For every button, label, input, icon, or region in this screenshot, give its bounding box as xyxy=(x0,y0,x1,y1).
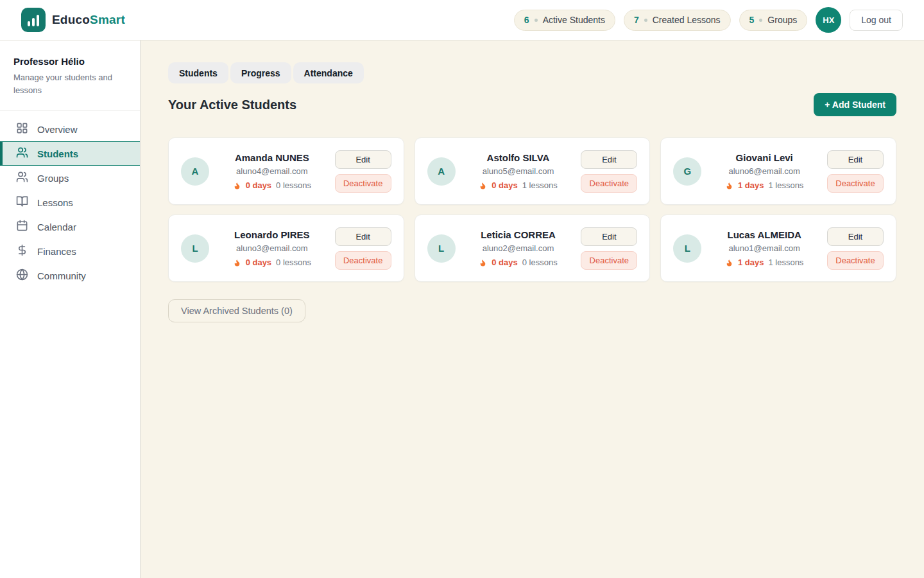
flame-icon xyxy=(479,181,487,190)
globe-icon xyxy=(16,268,28,283)
card-actions: Edit Deactivate xyxy=(335,150,391,193)
brand-logo: EducoSmart xyxy=(21,8,125,32)
lessons-count: 0 lessons xyxy=(276,258,311,267)
brand-name: EducoSmart xyxy=(52,13,125,27)
edit-button[interactable]: Edit xyxy=(581,227,637,246)
avatar[interactable]: HX xyxy=(816,7,841,33)
student-name: Lucas ALMEIDA xyxy=(706,229,822,240)
student-avatar: L xyxy=(673,234,701,263)
student-name: Giovani Levi xyxy=(706,152,822,163)
lessons-count: 1 lessons xyxy=(768,180,803,190)
student-card: A Astolfo SILVA aluno5@email.com 0 days … xyxy=(415,137,651,205)
flame-icon xyxy=(233,258,241,267)
tab-progress[interactable]: Progress xyxy=(230,62,291,83)
card-actions: Edit Deactivate xyxy=(827,227,884,270)
streak-days: 0 days xyxy=(492,180,517,190)
student-streak-row: 0 days 0 lessons xyxy=(214,258,330,267)
card-actions: Edit Deactivate xyxy=(581,150,637,193)
sidebar-item-label: Finances xyxy=(37,246,76,257)
student-info: Leonardo PIRES aluno3@email.com 0 days 0… xyxy=(209,229,335,267)
student-info: Astolfo SILVA aluno5@email.com 0 days 1 … xyxy=(456,152,581,190)
flame-icon xyxy=(725,258,733,267)
dot-separator-icon xyxy=(644,19,647,22)
dollar-icon xyxy=(16,244,28,258)
sidebar-item-groups[interactable]: Groups xyxy=(0,166,140,190)
sidebar-item-label: Groups xyxy=(37,173,69,184)
sidebar-item-lessons[interactable]: Lessons xyxy=(0,190,140,215)
streak-days: 0 days xyxy=(246,180,271,190)
student-info: Leticia CORREA aluno2@email.com 0 days 0… xyxy=(456,229,581,267)
tab-attendance[interactable]: Attendance xyxy=(293,62,364,83)
student-email: aluno4@email.com xyxy=(214,166,330,176)
edit-button[interactable]: Edit xyxy=(581,150,637,169)
student-streak-row: 0 days 1 lessons xyxy=(461,180,576,190)
deactivate-button[interactable]: Deactivate xyxy=(827,174,884,193)
student-email: aluno2@email.com xyxy=(461,243,576,253)
stat-badge-groups: 5 Groups xyxy=(739,10,808,31)
deactivate-button[interactable]: Deactivate xyxy=(827,251,884,270)
edit-button[interactable]: Edit xyxy=(827,227,884,246)
edit-button[interactable]: Edit xyxy=(335,227,391,246)
calendar-icon xyxy=(16,220,28,234)
sidebar-nav: Overview Students Groups Lessons Calenda… xyxy=(0,110,140,288)
streak-days: 0 days xyxy=(246,258,271,267)
logout-button[interactable]: Log out xyxy=(850,10,903,31)
student-card: A Amanda NUNES aluno4@email.com 0 days 0… xyxy=(168,137,404,205)
student-avatar: G xyxy=(673,157,701,186)
deactivate-button[interactable]: Deactivate xyxy=(335,251,391,270)
edit-button[interactable]: Edit xyxy=(335,150,391,169)
sidebar-item-label: Lessons xyxy=(37,197,73,208)
stat-label: Groups xyxy=(767,15,797,25)
view-archived-students-button[interactable]: View Archived Students (0) xyxy=(168,299,305,322)
brand-name-accent: Smart xyxy=(90,13,125,26)
stat-value: 6 xyxy=(524,15,529,25)
sidebar-item-overview[interactable]: Overview xyxy=(0,117,140,141)
student-card: L Lucas ALMEIDA aluno1@email.com 1 days … xyxy=(660,215,896,282)
tab-students[interactable]: Students xyxy=(168,62,228,83)
student-email: aluno5@email.com xyxy=(461,166,576,176)
sidebar-item-community[interactable]: Community xyxy=(0,263,140,288)
card-actions: Edit Deactivate xyxy=(335,227,391,270)
sidebar: Professor Hélio Manage your students and… xyxy=(0,40,141,578)
student-streak-row: 0 days 0 lessons xyxy=(214,180,330,190)
student-name: Astolfo SILVA xyxy=(461,152,576,163)
student-avatar: L xyxy=(181,234,209,263)
title-row: Your Active Students + Add Student xyxy=(168,93,896,116)
students-grid: A Amanda NUNES aluno4@email.com 0 days 0… xyxy=(168,137,896,282)
deactivate-button[interactable]: Deactivate xyxy=(335,174,391,193)
stat-value: 5 xyxy=(749,15,755,25)
student-info: Lucas ALMEIDA aluno1@email.com 1 days 1 … xyxy=(701,229,827,267)
header-actions: 6 Active Students 7 Created Lessons 5 Gr… xyxy=(514,7,903,33)
student-streak-row: 1 days 1 lessons xyxy=(706,258,822,267)
lessons-count: 0 lessons xyxy=(276,180,311,190)
deactivate-button[interactable]: Deactivate xyxy=(581,174,637,193)
stat-label: Active Students xyxy=(543,15,605,25)
brand-name-primary: Educo xyxy=(52,13,90,26)
stat-label: Created Lessons xyxy=(653,15,721,25)
student-name: Leonardo PIRES xyxy=(214,229,330,240)
student-name: Leticia CORREA xyxy=(461,229,576,240)
book-icon xyxy=(16,195,28,209)
flame-icon xyxy=(233,181,241,190)
grid-icon xyxy=(16,122,28,136)
lessons-count: 1 lessons xyxy=(768,258,803,267)
stat-value: 7 xyxy=(634,15,639,25)
sidebar-item-students[interactable]: Students xyxy=(0,141,140,166)
streak-days: 0 days xyxy=(492,258,517,267)
lessons-count: 0 lessons xyxy=(522,258,558,267)
student-card: L Leticia CORREA aluno2@email.com 0 days… xyxy=(415,215,651,282)
sidebar-item-calendar[interactable]: Calendar xyxy=(0,215,140,239)
student-avatar: A xyxy=(181,157,209,186)
add-student-button[interactable]: + Add Student xyxy=(814,93,896,116)
sidebar-item-finances[interactable]: Finances xyxy=(0,239,140,263)
card-actions: Edit Deactivate xyxy=(827,150,884,193)
student-card: L Leonardo PIRES aluno3@email.com 0 days… xyxy=(168,215,404,282)
student-email: aluno6@email.com xyxy=(706,166,822,176)
flame-icon xyxy=(725,181,733,190)
dot-separator-icon xyxy=(759,19,762,22)
sidebar-item-label: Community xyxy=(37,270,86,281)
deactivate-button[interactable]: Deactivate xyxy=(581,251,637,270)
users-icon xyxy=(16,146,28,161)
page-title: Your Active Students xyxy=(168,98,296,112)
edit-button[interactable]: Edit xyxy=(827,150,884,169)
